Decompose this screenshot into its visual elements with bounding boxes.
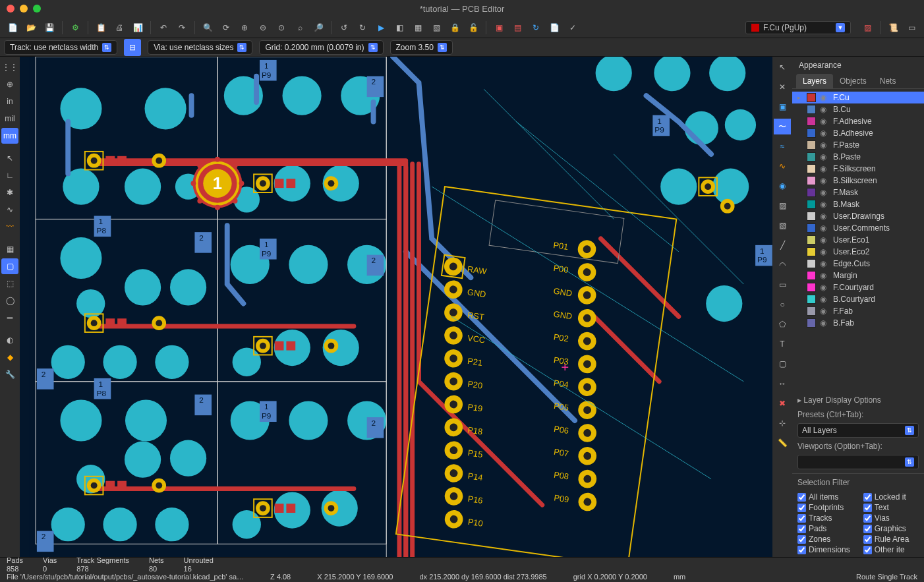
- mirror-icon[interactable]: ◧: [391, 19, 408, 36]
- layer-row[interactable]: ◉B.Fab: [792, 317, 924, 329]
- curved-ratsnest-icon[interactable]: ∿: [1, 202, 18, 218]
- filter-checkbox[interactable]: Pads: [797, 524, 850, 533]
- layer-color-swatch[interactable]: [807, 283, 816, 292]
- tune-length-icon[interactable]: ∿: [774, 158, 791, 174]
- tab-layers[interactable]: Layers: [796, 74, 833, 88]
- filter-checkbox[interactable]: Zones: [797, 535, 850, 544]
- ungroup-icon[interactable]: ▧: [428, 19, 445, 36]
- layer-row[interactable]: ◉F.Adhesive: [792, 115, 924, 127]
- tab-objects[interactable]: Objects: [833, 74, 873, 88]
- layer-color-swatch[interactable]: [807, 318, 816, 328]
- set-origin-icon[interactable]: ⊹: [774, 415, 791, 431]
- layer-color-swatch[interactable]: [807, 140, 816, 150]
- layer-row[interactable]: ◉F.Paste: [792, 139, 924, 151]
- via-outline-icon[interactable]: ◯: [1, 293, 18, 308]
- filter-checkbox[interactable]: Vias: [863, 513, 910, 523]
- visibility-eye-icon[interactable]: ◉: [820, 188, 829, 197]
- layer-color-swatch[interactable]: [807, 129, 816, 138]
- visibility-eye-icon[interactable]: ◉: [820, 93, 829, 102]
- layer-color-swatch[interactable]: [807, 223, 816, 233]
- undo-icon[interactable]: ↶: [155, 19, 172, 36]
- refresh-icon[interactable]: ⟳: [217, 19, 235, 36]
- layer-row[interactable]: ◉B.Paste: [792, 151, 924, 163]
- visibility-eye-icon[interactable]: ◉: [820, 200, 829, 209]
- run-icon[interactable]: ▶: [372, 19, 390, 36]
- zone-display-icon[interactable]: ▦: [1, 241, 18, 257]
- footprint-browser-icon[interactable]: ▤: [509, 19, 526, 36]
- layer-color-swatch[interactable]: [807, 295, 816, 304]
- visibility-eye-icon[interactable]: ◉: [820, 176, 829, 185]
- maximize-window-button[interactable]: [33, 5, 41, 13]
- layer-row[interactable]: ◉F.Silkscreen: [792, 163, 924, 175]
- new-file-icon[interactable]: 📄: [4, 19, 21, 36]
- visibility-eye-icon[interactable]: ◉: [820, 271, 829, 280]
- console-icon[interactable]: ▭: [903, 19, 920, 36]
- close-window-button[interactable]: [7, 5, 14, 13]
- plot-icon[interactable]: 📊: [129, 19, 146, 36]
- layers-manager-icon[interactable]: ◆: [1, 349, 18, 365]
- visibility-eye-icon[interactable]: ◉: [820, 152, 829, 161]
- layer-row[interactable]: ◉User.Comments: [792, 222, 924, 234]
- layer-color-swatch[interactable]: [807, 176, 816, 185]
- draw-rect-icon[interactable]: ▭: [774, 277, 791, 293]
- hatched-icon[interactable]: ▨: [859, 19, 876, 36]
- units-mm-icon[interactable]: mm: [1, 128, 18, 144]
- properties-icon[interactable]: 🔧: [1, 366, 18, 382]
- cursor-shape-icon[interactable]: ↖: [1, 150, 18, 166]
- lock-icon[interactable]: 🔒: [446, 19, 463, 36]
- net-highlight-icon[interactable]: 〰: [1, 219, 18, 235]
- save-file-icon[interactable]: 💾: [41, 19, 58, 36]
- visibility-eye-icon[interactable]: ◉: [820, 117, 829, 126]
- add-dimension-icon[interactable]: ↔: [774, 376, 791, 392]
- place-footprint-icon[interactable]: ▣: [774, 99, 791, 115]
- select-tool-icon[interactable]: ↖: [774, 59, 791, 75]
- filter-checkbox[interactable]: Footprints: [797, 503, 850, 512]
- pcb-canvas[interactable]: 1 1P8: [20, 57, 772, 557]
- layer-selector[interactable]: F.Cu (PgUp) ▼: [745, 21, 851, 34]
- filter-checkbox[interactable]: All items: [797, 492, 850, 502]
- add-textbox-icon[interactable]: ▢: [774, 356, 791, 372]
- filter-checkbox[interactable]: Rule Area: [863, 535, 910, 544]
- filter-checkbox[interactable]: Dimensions: [797, 545, 850, 554]
- visibility-eye-icon[interactable]: ◉: [820, 223, 829, 233]
- polar-icon[interactable]: ⊕: [1, 76, 18, 92]
- rotate-ccw-icon[interactable]: ↺: [335, 19, 353, 36]
- via-size-dropdown[interactable]: Via: use netclass sizes⇅: [148, 40, 252, 55]
- visibility-eye-icon[interactable]: ◉: [820, 140, 829, 150]
- zoom-tool-icon[interactable]: 🔎: [310, 19, 327, 36]
- visibility-eye-icon[interactable]: ◉: [820, 212, 829, 221]
- layer-color-swatch[interactable]: [807, 200, 816, 209]
- zone-outline-icon[interactable]: ▢: [1, 258, 18, 274]
- contrast-icon[interactable]: ◐: [1, 332, 18, 348]
- filter-checkbox[interactable]: Text: [863, 503, 910, 512]
- units-mil-icon[interactable]: mil: [1, 111, 18, 127]
- unlock-icon[interactable]: 🔓: [465, 19, 482, 36]
- draw-polygon-icon[interactable]: ⬠: [774, 316, 791, 332]
- visibility-eye-icon[interactable]: ◉: [820, 283, 829, 292]
- filter-checkbox[interactable]: Tracks: [797, 513, 850, 523]
- layer-row[interactable]: ◉B.Silkscreen: [792, 175, 924, 187]
- viewports-dropdown[interactable]: ⇅: [797, 455, 919, 469]
- layer-row[interactable]: ▸◉F.Cu: [792, 92, 924, 103]
- open-file-icon[interactable]: 📂: [22, 19, 40, 36]
- track-auto-icon[interactable]: ⊟: [124, 39, 141, 56]
- visibility-eye-icon[interactable]: ◉: [820, 164, 829, 173]
- group-icon[interactable]: ▦: [409, 19, 426, 36]
- units-in-icon[interactable]: in: [1, 94, 18, 109]
- layer-color-swatch[interactable]: [807, 93, 816, 102]
- script-icon[interactable]: 📜: [884, 19, 902, 36]
- layer-color-swatch[interactable]: [807, 105, 816, 114]
- place-via-icon[interactable]: ◉: [774, 178, 791, 194]
- layer-color-swatch[interactable]: [807, 271, 816, 280]
- layer-row[interactable]: ◉User.Eco2: [792, 246, 924, 258]
- rotate-cw-icon[interactable]: ↻: [354, 19, 371, 36]
- redo-icon[interactable]: ↷: [173, 19, 190, 36]
- layer-color-swatch[interactable]: [807, 259, 816, 268]
- grid-dropdown[interactable]: Grid: 0.2000 mm (0.0079 in)⇅: [259, 40, 383, 55]
- pad-outline-icon[interactable]: ⬚: [1, 276, 18, 291]
- track-outline-icon[interactable]: ═: [1, 310, 18, 326]
- update-pcb-icon[interactable]: ↻: [527, 19, 544, 36]
- route-track-icon[interactable]: 〜: [774, 119, 791, 134]
- delete-icon[interactable]: ✖: [774, 395, 791, 411]
- draw-arc-icon[interactable]: ◠: [774, 257, 791, 273]
